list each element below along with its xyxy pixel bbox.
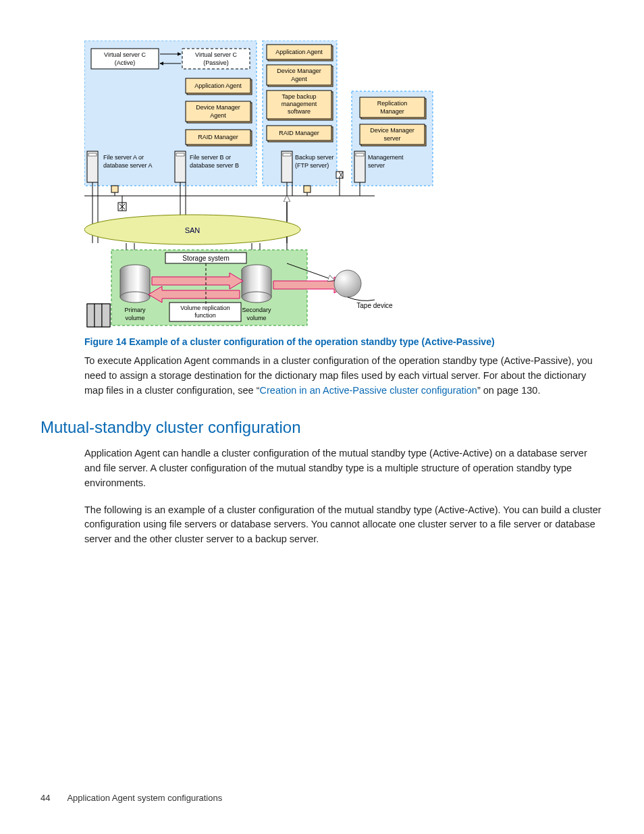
svg-text:Agent: Agent bbox=[291, 76, 307, 82]
svg-text:File server A or: File server A or bbox=[103, 154, 144, 161]
backup-tape-box: Tape backup management software bbox=[267, 90, 333, 120]
mgmt-dev-box: Device Manager server bbox=[360, 124, 426, 146]
svg-text:software: software bbox=[288, 108, 311, 115]
svg-rect-63 bbox=[304, 186, 311, 192]
svg-text:Device Manager: Device Manager bbox=[196, 104, 240, 111]
backup-devmgr-box: Device Manager Agent bbox=[267, 65, 333, 86]
svg-rect-23 bbox=[176, 153, 184, 156]
svg-text:function: function bbox=[194, 312, 216, 319]
svg-text:Application Agent: Application Agent bbox=[275, 49, 323, 55]
backup-app-agent-box: Application Agent bbox=[267, 45, 333, 61]
svg-text:Secondary: Secondary bbox=[242, 307, 271, 313]
figure-caption: Figure 14 Example of a cluster configura… bbox=[84, 336, 603, 347]
svg-text:database server A: database server A bbox=[103, 162, 153, 169]
svg-rect-58 bbox=[111, 186, 118, 192]
cluster-diagram: Virtual server C (Active) Virtual server… bbox=[84, 41, 462, 331]
svg-text:(Active): (Active) bbox=[115, 59, 136, 66]
svg-text:RAID Manager: RAID Manager bbox=[198, 134, 238, 140]
cluster1-app-agent-box: Application Agent bbox=[186, 78, 252, 95]
storage-title: Storage system bbox=[182, 255, 229, 262]
page-footer: 44 Application Agent system configuratio… bbox=[41, 793, 222, 803]
svg-rect-106 bbox=[87, 304, 95, 327]
svg-text:Agent: Agent bbox=[210, 112, 226, 119]
cluster1-devmgr-box: Device Manager Agent bbox=[186, 101, 252, 123]
svg-text:Volume replication: Volume replication bbox=[180, 305, 230, 311]
svg-point-109 bbox=[334, 270, 361, 297]
mgmt-rep-box: Replication Manager bbox=[360, 97, 426, 119]
virtual-server-passive: Virtual server C (Passive) bbox=[182, 49, 250, 69]
svg-text:(FTP server): (FTP server) bbox=[295, 162, 329, 169]
svg-point-89 bbox=[120, 292, 150, 303]
virtual-server-active: Virtual server C (Active) bbox=[91, 49, 159, 69]
svg-text:database server B: database server B bbox=[190, 162, 239, 169]
svg-text:volume: volume bbox=[246, 315, 266, 321]
backup-raid-box: RAID Manager bbox=[267, 126, 333, 142]
footer-title: Application Agent system configurations bbox=[67, 793, 222, 803]
svg-text:volume: volume bbox=[125, 315, 144, 321]
svg-rect-42 bbox=[283, 153, 291, 156]
paragraph-2: Application Agent can handle a cluster c… bbox=[84, 446, 603, 490]
svg-rect-54 bbox=[356, 153, 364, 156]
svg-rect-107 bbox=[95, 304, 102, 327]
svg-rect-108 bbox=[102, 304, 110, 327]
svg-text:(Passive): (Passive) bbox=[203, 59, 229, 66]
svg-text:Primary: Primary bbox=[125, 307, 146, 313]
svg-point-96 bbox=[242, 292, 271, 303]
tape-device: Tape device bbox=[334, 270, 393, 309]
figure-14: Virtual server C (Active) Virtual server… bbox=[84, 41, 603, 398]
svg-text:Virtual server C: Virtual server C bbox=[195, 51, 237, 58]
paragraph-1: To execute Application Agent commands in… bbox=[84, 354, 603, 398]
svg-text:Manager: Manager bbox=[380, 108, 404, 115]
svg-text:File server B or: File server B or bbox=[190, 154, 231, 161]
para1-text-b: ” on page 130. bbox=[477, 385, 541, 396]
document-page: Virtual server C (Active) Virtual server… bbox=[0, 0, 644, 834]
secondary-volume: Secondary volume bbox=[242, 265, 271, 321]
svg-text:Device Manager: Device Manager bbox=[370, 127, 414, 134]
storage-array-icon bbox=[87, 304, 110, 327]
page-number: 44 bbox=[41, 793, 50, 803]
svg-text:Virtual server C: Virtual server C bbox=[104, 51, 146, 58]
cluster1-raid-box: RAID Manager bbox=[186, 130, 252, 146]
svg-text:Device Manager: Device Manager bbox=[277, 68, 321, 74]
svg-text:server: server bbox=[383, 135, 400, 142]
svg-rect-19 bbox=[88, 153, 97, 156]
section-heading: Mutual-standby cluster configuration bbox=[41, 418, 603, 437]
svg-text:RAID Manager: RAID Manager bbox=[279, 130, 319, 136]
svg-text:Management: Management bbox=[368, 154, 404, 161]
primary-volume: Primary volume bbox=[120, 265, 150, 321]
cross-ref-link[interactable]: Creation in an Active-Passive cluster co… bbox=[260, 385, 477, 396]
svg-text:Tape device: Tape device bbox=[356, 302, 393, 309]
svg-text:management: management bbox=[281, 101, 317, 107]
svg-text:Replication: Replication bbox=[377, 100, 408, 107]
svg-text:server: server bbox=[368, 162, 385, 169]
paragraph-3: The following is an example of a cluster… bbox=[84, 503, 603, 547]
san-label: SAN bbox=[185, 226, 200, 234]
svg-text:Tape backup: Tape backup bbox=[281, 93, 316, 100]
svg-text:Backup server: Backup server bbox=[295, 154, 334, 161]
svg-text:Application Agent: Application Agent bbox=[194, 82, 242, 89]
